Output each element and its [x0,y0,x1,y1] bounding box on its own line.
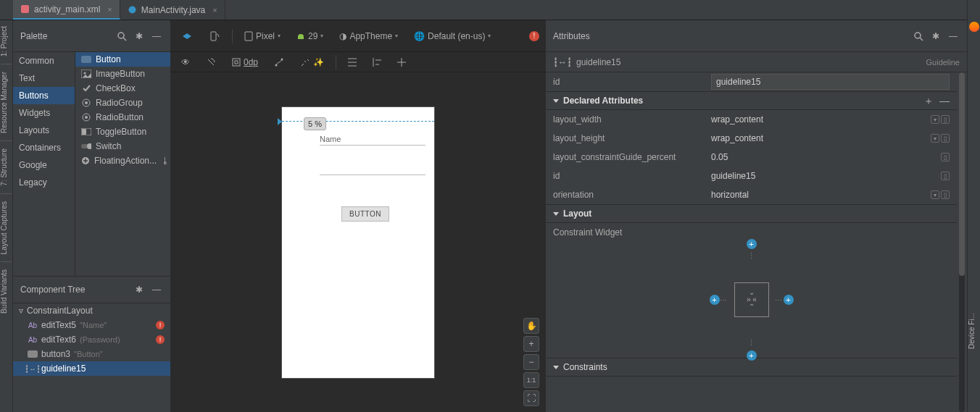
constraint-widget-box[interactable]: ⌄ ›› ‹‹ ⌃ [734,282,769,317]
palette-widget[interactable]: Button [75,52,170,67]
search-icon[interactable] [115,30,128,43]
dimension-icon[interactable]: ▯ [941,190,950,199]
guideline-add-icon[interactable] [393,55,410,70]
dropdown-icon[interactable]: ▾ [931,134,939,143]
gear-icon[interactable]: ✱ [133,30,146,43]
attr-value-combo[interactable]: wrap_content▾▯ [711,114,950,125]
device-preview[interactable]: 5 % Name BUTTON [282,107,434,378]
palette-widget[interactable]: ToggleButton [75,125,170,139]
zoom-fit-button[interactable]: ⛶ [523,390,539,406]
id-input[interactable] [711,74,950,90]
palette-widget[interactable]: RadioButton [75,110,170,125]
palette-widget[interactable]: CheckBox [75,81,170,96]
gear-icon[interactable]: ✱ [133,283,146,296]
device-select[interactable]: Pixel▾ [240,28,285,44]
minimize-icon[interactable]: — [150,283,163,296]
rail-item-resource-manager[interactable]: Resource Manager [0,66,8,139]
close-icon[interactable]: × [212,6,217,14]
surface-icon[interactable] [177,28,197,45]
add-bottom-constraint-button[interactable]: + [747,350,757,361]
orientation-icon[interactable] [204,28,225,45]
close-icon[interactable]: × [107,5,112,14]
palette-category[interactable]: Google [13,156,75,174]
zoom-out-button[interactable]: − [523,354,539,370]
user-avatar[interactable] [969,22,979,32]
attr-value-combo[interactable]: horizontal▾▯ [711,190,950,200]
clear-constraints-icon[interactable] [270,54,288,70]
rail-item-structure[interactable]: 7: Structure [0,143,8,192]
minimize-icon[interactable]: — [150,30,163,43]
tree-root[interactable]: ▿ ConstraintLayout [13,303,170,318]
minimize-icon[interactable]: — [947,30,960,43]
autoconnect-icon[interactable] [202,54,220,70]
rail-item-device[interactable]: Device Fi... [968,307,976,355]
dimension-icon[interactable]: ▯ [941,134,950,143]
rail-item-project[interactable]: 1: Project [0,20,8,62]
infer-constraints-icon[interactable]: ✨ [296,54,328,70]
api-select[interactable]: 29▾ [292,28,328,44]
dimension-icon[interactable]: ▯ [941,115,950,124]
declared-attributes-section[interactable]: Declared Attributes ＋ — [546,91,957,110]
palette-category[interactable]: Common [13,52,75,70]
align-icon[interactable] [368,55,386,70]
guideline-percent-label[interactable]: 5 % [304,117,326,130]
zoom-in-button[interactable]: + [523,336,539,352]
preview-name-label[interactable]: Name [320,135,341,143]
search-icon[interactable] [912,30,925,43]
add-attribute-button[interactable]: ＋ [923,96,934,106]
error-indicator-icon[interactable]: ! [529,31,539,41]
button-icon [28,349,38,359]
gear-icon[interactable]: ✱ [929,30,942,43]
palette-category[interactable]: Text [13,70,75,87]
view-mode-icon[interactable]: 👁 [177,54,194,70]
tree-node[interactable]: ┇↔┇guideline15 [13,361,170,376]
attr-value-field[interactable]: 0.05▯ [711,152,950,162]
file-tab-activity-main[interactable]: activity_main.xml × [13,0,120,20]
zoom-reset-button[interactable]: 1:1 [523,372,539,388]
rail-item-build-variants[interactable]: Build Variants [0,264,8,319]
palette-widget[interactable]: Switch [75,139,170,154]
dimension-icon[interactable]: ▯ [941,172,950,180]
error-icon[interactable]: ! [156,321,165,329]
palette-category[interactable]: Legacy [13,174,75,191]
palette-widget[interactable]: ImageButton [75,67,170,81]
error-icon[interactable]: ! [156,335,165,344]
constraint-widget[interactable]: + + + + ⋯ ⋯ ⋯ ⋯ ⌄ ›› ‹‹ ⌃ [546,242,957,358]
locale-select[interactable]: 🌐 Default (en-us)▾ [410,28,495,44]
add-top-constraint-button[interactable]: + [747,239,757,249]
dimension-icon[interactable]: ▯ [941,153,950,161]
layout-section[interactable]: Layout [546,204,957,223]
preview-button[interactable]: BUTTON [341,206,389,222]
dropdown-icon[interactable]: ▾ [931,190,939,199]
add-left-constraint-button[interactable]: + [710,295,720,305]
add-right-constraint-button[interactable]: + [784,295,794,305]
attr-value-combo[interactable]: wrap_content▾▯ [711,133,950,143]
attr-key: layout_height [553,133,705,143]
palette-category[interactable]: Containers [13,139,75,156]
palette-widget[interactable]: FloatingAction...⭳ [75,154,170,168]
palette-category[interactable]: Buttons [13,87,75,104]
attributes-scrollbar[interactable] [959,72,965,412]
file-tab-mainactivity[interactable]: MainActivity.java × [120,0,225,20]
pack-icon[interactable] [344,55,361,70]
remove-attribute-button[interactable]: — [939,96,950,106]
chevron-down-icon [553,366,559,369]
attr-value-field[interactable]: guideline15▯ [711,171,950,181]
default-margin[interactable]: 0dp [228,54,262,70]
rail-item-layout-captures[interactable]: Layout Captures [0,196,8,260]
design-canvas[interactable]: 5 % Name BUTTON ✋ + − 1:1 ⛶ [171,72,545,412]
pan-tool-icon[interactable]: ✋ [523,318,539,334]
constraint-line-top: ⋯ [747,252,755,261]
tree-node[interactable]: AbeditText6 (Password)! [13,332,170,347]
dropdown-icon[interactable]: ▾ [931,115,939,124]
tree-node[interactable]: button3 "Button" [13,347,170,361]
svg-point-26 [915,33,921,38]
palette-category[interactable]: Layouts [13,122,75,139]
palette-widget[interactable]: RadioGroup [75,96,170,110]
tree-node[interactable]: AbeditText5 "Name"! [13,318,170,332]
tree-node-id: guideline15 [41,363,86,374]
theme-select[interactable]: ◑ AppTheme▾ [335,28,402,44]
download-icon[interactable]: ⭳ [161,156,170,166]
svg-rect-0 [21,5,29,13]
palette-category[interactable]: Widgets [13,104,75,122]
